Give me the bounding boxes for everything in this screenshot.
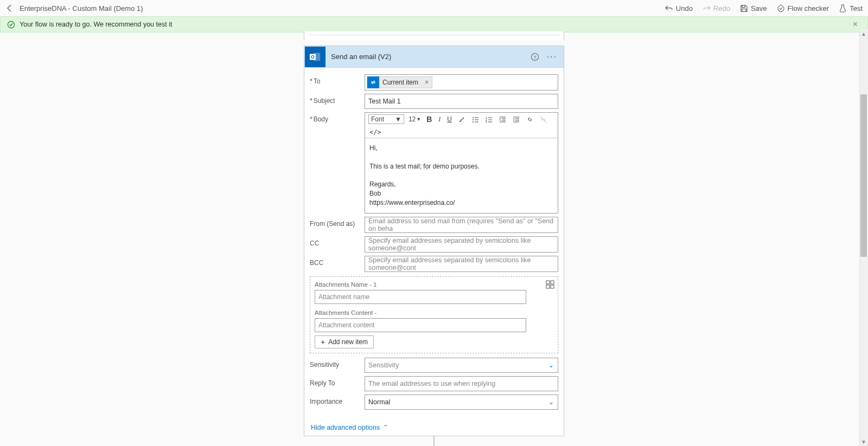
scroll-up-arrow[interactable]: ▲	[859, 29, 868, 33]
flow-title: EnterpriseDNA - Custom Mail (Demo 1)	[20, 4, 143, 12]
save-button[interactable]: Save	[740, 4, 767, 12]
undo-button[interactable]: Undo	[665, 4, 693, 12]
undo-label: Undo	[676, 4, 693, 12]
prev-card-peek[interactable]	[304, 31, 564, 33]
flow-checker-label: Flow checker	[788, 4, 829, 12]
flow-canvas[interactable]: O Send an email (V2) ? ··· *To	[0, 31, 868, 33]
vertical-scrollbar[interactable]: ▲ ▼	[859, 29, 868, 33]
test-button[interactable]: Test	[839, 4, 863, 12]
top-bar: EnterpriseDNA - Custom Mail (Demo 1) Und…	[0, 0, 868, 16]
success-icon	[7, 21, 15, 29]
back-button[interactable]	[5, 4, 14, 12]
redo-label: Redo	[713, 4, 730, 12]
save-label: Save	[751, 4, 767, 12]
redo-button[interactable]: Redo	[703, 4, 730, 12]
test-label: Test	[850, 4, 863, 12]
notification-text: Your flow is ready to go. We recommend y…	[20, 21, 172, 28]
notification-close[interactable]: ×	[850, 20, 861, 29]
flow-checker-button[interactable]: Flow checker	[777, 4, 829, 12]
